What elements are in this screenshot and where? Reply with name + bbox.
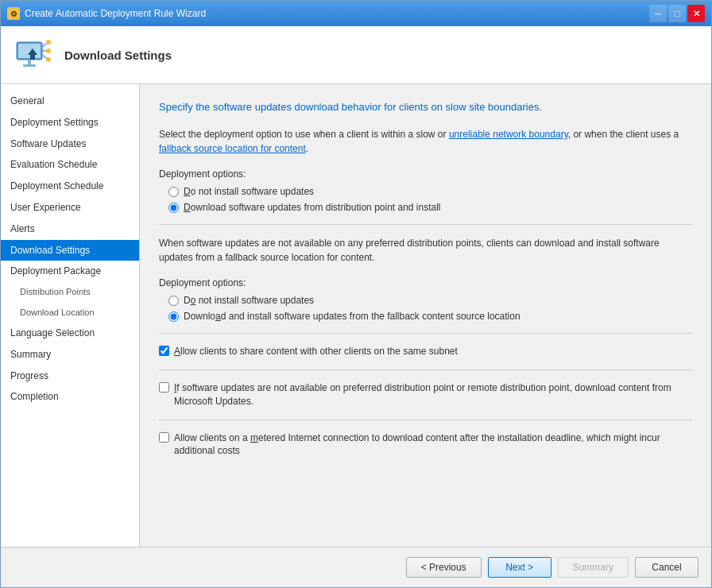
close-button[interactable]: ✕ xyxy=(687,5,705,22)
radio-item-2b[interactable]: Download and install software updates fr… xyxy=(168,311,692,322)
section1-radio-group: Do not install software updates Download… xyxy=(168,186,692,213)
title-bar-left: ⚙ Create Automatic Deployment Rule Wizar… xyxy=(7,7,206,20)
content-description: Select the deployment option to use when… xyxy=(159,127,692,156)
checkbox-cb2[interactable] xyxy=(159,382,169,393)
previous-button[interactable]: < Previous xyxy=(406,557,482,578)
radio-label-2a[interactable]: Do not install software updates xyxy=(184,295,314,306)
content-title: Specify the software updates download be… xyxy=(159,100,692,114)
section1-label: Deployment options: xyxy=(159,168,692,180)
radio-item-2a[interactable]: Do not install software updates xyxy=(168,295,692,306)
title-controls: ─ □ ✕ xyxy=(649,5,705,22)
section2-radio-group: Do not install software updates Download… xyxy=(168,295,692,322)
checkbox-item-2[interactable]: If software updates are not available on… xyxy=(159,381,692,408)
cancel-button[interactable]: Cancel xyxy=(635,557,698,578)
sidebar-item-completion[interactable]: Completion xyxy=(1,386,139,408)
sidebar-item-progress[interactable]: Progress xyxy=(1,366,139,387)
sidebar-item-language-selection[interactable]: Language Selection xyxy=(1,323,139,344)
sidebar-item-summary[interactable]: Summary xyxy=(1,344,139,366)
sidebar-item-general[interactable]: General xyxy=(1,91,139,112)
minimize-button[interactable]: ─ xyxy=(649,5,667,22)
svg-rect-1 xyxy=(18,44,41,58)
sidebar-item-download-settings[interactable]: Download Settings xyxy=(1,240,139,261)
radio-opt1b[interactable] xyxy=(168,203,179,213)
app-icon: ⚙ xyxy=(7,7,20,20)
sidebar-item-evaluation-schedule[interactable]: Evaluation Schedule xyxy=(1,154,139,176)
radio-label-1a[interactable]: Do not install software updates xyxy=(184,186,314,197)
divider-1 xyxy=(159,224,692,225)
radio-opt2b[interactable] xyxy=(168,311,179,322)
checkbox-label-1[interactable]: Allow clients to share content with othe… xyxy=(174,345,458,358)
divider-3 xyxy=(159,369,692,370)
content-area: Specify the software updates download be… xyxy=(140,84,711,547)
wizard-body: General Deployment Settings Software Upd… xyxy=(1,84,711,547)
sidebar-item-deployment-package[interactable]: Deployment Package xyxy=(1,261,139,282)
sidebar-item-download-location[interactable]: Download Location xyxy=(1,303,139,323)
checkbox-cb1[interactable] xyxy=(159,346,169,356)
checkbox-item-3[interactable]: Allow clients on a metered Internet conn… xyxy=(159,431,692,458)
radio-opt1a[interactable] xyxy=(168,187,179,197)
svg-point-10 xyxy=(46,57,51,62)
wizard-header: Download Settings xyxy=(1,26,711,84)
section2-description: When software updates are not available … xyxy=(159,236,692,265)
summary-button[interactable]: Summary xyxy=(558,557,629,578)
header-title: Download Settings xyxy=(64,48,172,62)
sidebar-item-user-experience[interactable]: User Experience xyxy=(1,197,139,219)
divider-2 xyxy=(159,333,692,334)
section2-label: Deployment options: xyxy=(159,277,692,288)
svg-rect-3 xyxy=(23,64,36,67)
sidebar-item-alerts[interactable]: Alerts xyxy=(1,219,139,240)
radio-item-1a[interactable]: Do not install software updates xyxy=(168,186,692,197)
sidebar-item-software-updates[interactable]: Software Updates xyxy=(1,133,139,155)
sidebar-item-deployment-schedule[interactable]: Deployment Schedule xyxy=(1,176,139,197)
divider-4 xyxy=(159,420,692,420)
radio-item-1b[interactable]: Download software updates from distribut… xyxy=(168,202,692,213)
maximize-button[interactable]: □ xyxy=(668,5,686,22)
sidebar: General Deployment Settings Software Upd… xyxy=(1,84,140,547)
sidebar-item-deployment-settings[interactable]: Deployment Settings xyxy=(1,112,139,133)
radio-label-1b[interactable]: Download software updates from distribut… xyxy=(184,202,441,213)
svg-point-9 xyxy=(46,48,51,53)
next-button[interactable]: Next > xyxy=(488,557,551,578)
sidebar-item-distribution-points[interactable]: Distribution Points xyxy=(1,282,139,302)
wizard-footer: < Previous Next > Summary Cancel xyxy=(1,547,711,587)
checkbox-label-3[interactable]: Allow clients on a metered Internet conn… xyxy=(174,431,692,458)
svg-point-8 xyxy=(46,40,51,44)
header-icon xyxy=(14,36,52,74)
checkbox-item-1[interactable]: Allow clients to share content with othe… xyxy=(159,345,692,358)
radio-opt2a[interactable] xyxy=(168,296,179,306)
svg-rect-2 xyxy=(28,60,31,64)
checkbox-cb3[interactable] xyxy=(159,432,169,443)
checkbox-label-2[interactable]: If software updates are not available on… xyxy=(174,381,692,408)
window-title: Create Automatic Deployment Rule Wizard xyxy=(25,8,206,19)
title-bar: ⚙ Create Automatic Deployment Rule Wizar… xyxy=(1,1,711,26)
main-window: ⚙ Create Automatic Deployment Rule Wizar… xyxy=(0,0,712,588)
radio-label-2b[interactable]: Download and install software updates fr… xyxy=(184,311,520,322)
